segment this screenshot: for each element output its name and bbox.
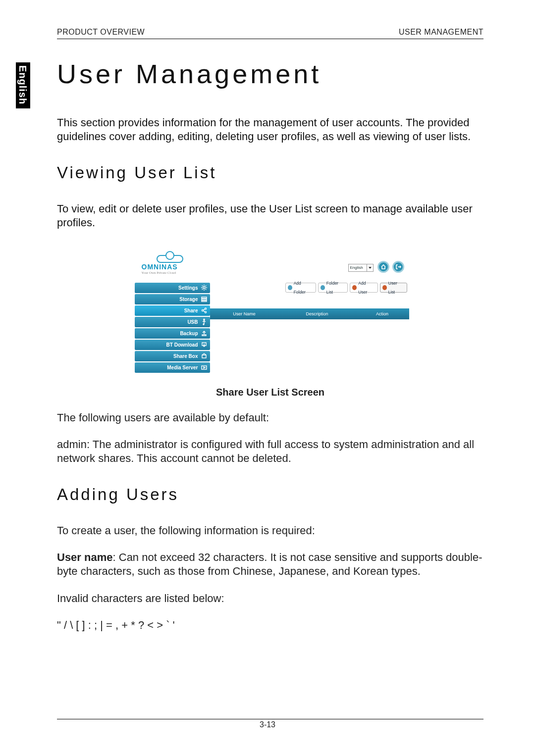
username-requirement: User name: Can not exceed 32 characters.… (57, 551, 483, 578)
page-title: User Management (57, 58, 483, 89)
add-folder-label: Add Folder (294, 279, 313, 297)
rule-top (57, 39, 483, 39)
sidebar-item-label: Backup (180, 331, 198, 336)
sidebar-item-label: Share (184, 308, 198, 313)
sidebar-item-label: Share Box (173, 353, 198, 359)
folder-list-button[interactable]: Folder List (318, 283, 348, 293)
username-label: User name (57, 551, 113, 563)
running-head-left: PRODUCT OVERVIEW (57, 28, 145, 37)
sidebar-nav: Settings Storage Share USB Backup BT Dow… (135, 283, 210, 374)
folder-icon (288, 285, 292, 290)
add-user-button[interactable]: Add User (350, 283, 378, 293)
default-users-item: admin: The administrator is configured w… (57, 438, 483, 465)
brand-name: OMNINAS (142, 263, 206, 271)
user-icon (352, 285, 357, 290)
svg-rect-8 (202, 335, 206, 336)
sidebar-item-label: BT Download (166, 342, 198, 348)
disks-icon (201, 296, 208, 302)
cloud-icon (154, 251, 185, 262)
user-icon (382, 285, 387, 290)
section-adding-title: Adding Users (57, 485, 483, 504)
sidebar-item-backup[interactable]: Backup (135, 328, 210, 339)
sidebar-item-media[interactable]: Media Server (135, 362, 210, 373)
svg-point-0 (203, 286, 205, 288)
usb-icon (201, 318, 208, 325)
logo-block: OMNINAS Your Own Private Cloud (142, 251, 206, 275)
running-head-right: USER MANAGEMENT (399, 28, 483, 37)
rule-bottom (57, 719, 483, 719)
sidebar-item-sharebox[interactable]: Share Box (135, 351, 210, 361)
sidebar-item-share[interactable]: Share (135, 305, 210, 316)
section-viewing-p1: To view, edit or delete user profiles, u… (57, 202, 483, 230)
table-header: User Name Description Action (210, 308, 409, 319)
logout-button[interactable] (392, 261, 404, 273)
add-folder-button[interactable]: Add Folder (285, 283, 316, 293)
logout-icon (395, 264, 401, 270)
sidebar-item-settings[interactable]: Settings (135, 283, 210, 293)
invalid-chars-lead: Invalid characters are listed below: (57, 592, 483, 605)
svg-rect-10 (202, 355, 206, 358)
svg-rect-2 (202, 299, 207, 300)
sidebar-item-bt[interactable]: BT Download (135, 340, 210, 350)
home-button[interactable] (377, 261, 389, 273)
language-select[interactable]: English (348, 264, 374, 272)
gear-icon (201, 284, 208, 291)
side-tab-language: English (16, 62, 30, 108)
language-value: English (350, 265, 363, 270)
folder-list-label: Folder List (326, 279, 344, 297)
home-icon (380, 264, 386, 270)
intro-paragraph: This section provides information for th… (57, 116, 483, 144)
section-viewing-title: Viewing User List (57, 163, 483, 182)
col-action: Action (355, 311, 409, 316)
media-icon (201, 364, 208, 371)
page-number: 3-13 (0, 720, 535, 729)
brand-tagline: Your Own Private Cloud (142, 271, 206, 275)
sidebar-item-label: USB (187, 319, 198, 325)
sidebar-item-label: Settings (178, 285, 198, 291)
sidebar-item-usb[interactable]: USB (135, 317, 210, 327)
section-adding-p1: To create a user, the following informat… (57, 524, 483, 538)
backup-icon (201, 330, 208, 337)
toolbar: Add Folder Folder List Add User User Lis… (285, 283, 407, 293)
sidebar-item-label: Storage (179, 297, 198, 302)
svg-rect-1 (202, 297, 207, 299)
chevron-down-icon (367, 264, 373, 271)
svg-rect-3 (202, 301, 207, 302)
col-username: User Name (210, 311, 279, 316)
content-panel: User Name Description Action (210, 295, 409, 377)
box-icon (201, 353, 208, 359)
default-users-lead: The following users are available by def… (57, 411, 483, 425)
username-text: : Can not exceed 32 characters. It is no… (57, 551, 482, 577)
sidebar-item-storage[interactable]: Storage (135, 294, 210, 304)
user-list-label: User List (388, 279, 404, 297)
share-icon (201, 307, 208, 314)
screenshot-caption: Share User List Screen (57, 387, 483, 398)
screenshot-user-list: OMNINAS Your Own Private Cloud English A… (132, 245, 409, 377)
invalid-chars-value: " / \ [ ] : ; | = , + * ? < > ` ' (57, 618, 483, 632)
download-icon (201, 341, 208, 348)
sidebar-item-label: Media Server (167, 365, 198, 370)
add-user-label: Add User (358, 279, 374, 297)
folder-icon (321, 285, 325, 290)
col-description: Description (279, 311, 356, 316)
user-list-button[interactable]: User List (380, 283, 407, 293)
